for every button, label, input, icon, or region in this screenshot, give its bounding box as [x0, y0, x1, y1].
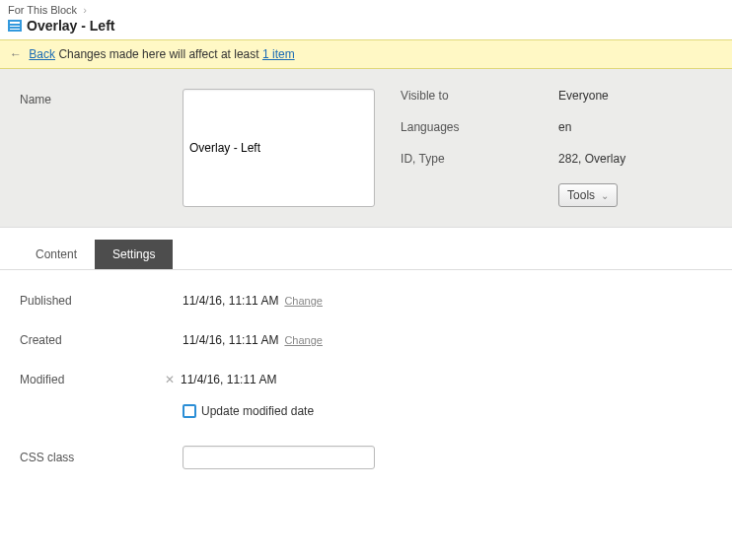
- visible-to-value: Everyone: [558, 89, 609, 103]
- tabs: Content Settings: [0, 228, 732, 270]
- published-label: Published: [20, 294, 183, 308]
- chevron-right-icon: ›: [83, 4, 87, 16]
- tab-settings[interactable]: Settings: [95, 240, 173, 269]
- created-label: Created: [20, 333, 183, 347]
- notice-bar: ← Back Changes made here will affect at …: [0, 39, 732, 69]
- languages-label: Languages: [401, 120, 558, 134]
- block-icon: [8, 20, 22, 32]
- modified-value: 11/4/16, 11:11 AM: [181, 373, 276, 386]
- name-label: Name: [20, 89, 183, 207]
- languages-value: en: [558, 120, 571, 134]
- page-title: Overlay - Left: [27, 18, 114, 34]
- arrow-left-icon: ←: [10, 47, 22, 61]
- visible-to-label: Visible to: [401, 89, 558, 103]
- affected-items-link[interactable]: 1 item: [262, 47, 295, 61]
- header-panel: Name Visible to Everyone Languages en ID…: [0, 69, 732, 228]
- css-class-input[interactable]: [183, 446, 375, 469]
- published-value: 11/4/16, 11:11 AM: [183, 294, 278, 308]
- tools-dropdown[interactable]: Tools ⌄: [558, 183, 618, 207]
- tools-label: Tools: [567, 188, 595, 202]
- id-type-label: ID, Type: [401, 152, 558, 166]
- breadcrumb: For This Block ›: [0, 0, 732, 18]
- breadcrumb-root[interactable]: For This Block: [8, 4, 77, 16]
- id-type-value: 282, Overlay: [558, 152, 625, 166]
- chevron-down-icon: ⌄: [601, 190, 609, 201]
- title-row: Overlay - Left: [0, 18, 732, 39]
- created-change-link[interactable]: Change: [284, 334, 323, 346]
- notice-prefix: Changes made here will affect at least: [58, 47, 258, 61]
- wrench-icon: ✕: [165, 373, 175, 386]
- update-modified-label: Update modified date: [201, 404, 314, 418]
- published-change-link[interactable]: Change: [284, 295, 323, 307]
- created-value: 11/4/16, 11:11 AM: [183, 333, 278, 347]
- tab-content[interactable]: Content: [18, 240, 95, 269]
- update-modified-checkbox[interactable]: [183, 404, 196, 418]
- back-link[interactable]: Back: [29, 47, 55, 61]
- settings-panel: Published 11/4/16, 11:11 AM Change Creat…: [0, 270, 732, 519]
- modified-label: Modified: [20, 373, 183, 386]
- css-class-label: CSS class: [20, 451, 183, 464]
- name-input[interactable]: [183, 89, 375, 207]
